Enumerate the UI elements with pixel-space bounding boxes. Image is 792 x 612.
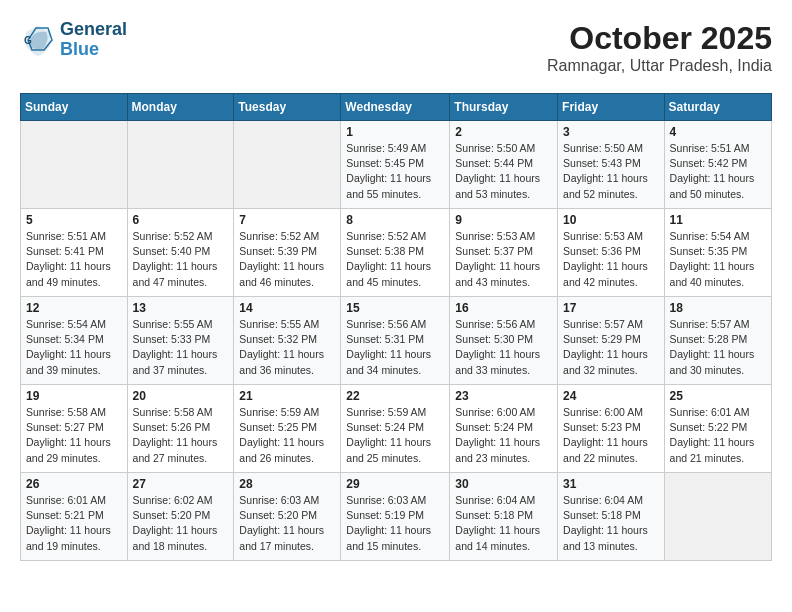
day-number: 4 <box>670 125 766 139</box>
day-detail: Sunrise: 5:51 AMSunset: 5:42 PMDaylight:… <box>670 141 766 202</box>
calendar-cell: 24Sunrise: 6:00 AMSunset: 5:23 PMDayligh… <box>558 385 665 473</box>
day-number: 28 <box>239 477 335 491</box>
day-detail: Sunrise: 5:53 AMSunset: 5:36 PMDaylight:… <box>563 229 659 290</box>
calendar-cell: 5Sunrise: 5:51 AMSunset: 5:41 PMDaylight… <box>21 209 128 297</box>
day-number: 25 <box>670 389 766 403</box>
logo-line1: General <box>60 20 127 40</box>
day-number: 9 <box>455 213 552 227</box>
day-detail: Sunrise: 6:03 AMSunset: 5:19 PMDaylight:… <box>346 493 444 554</box>
calendar-cell: 19Sunrise: 5:58 AMSunset: 5:27 PMDayligh… <box>21 385 128 473</box>
calendar-cell: 1Sunrise: 5:49 AMSunset: 5:45 PMDaylight… <box>341 121 450 209</box>
day-detail: Sunrise: 5:59 AMSunset: 5:24 PMDaylight:… <box>346 405 444 466</box>
day-detail: Sunrise: 5:51 AMSunset: 5:41 PMDaylight:… <box>26 229 122 290</box>
weekday-header-tuesday: Tuesday <box>234 94 341 121</box>
day-number: 12 <box>26 301 122 315</box>
calendar-week-4: 19Sunrise: 5:58 AMSunset: 5:27 PMDayligh… <box>21 385 772 473</box>
calendar-cell: 4Sunrise: 5:51 AMSunset: 5:42 PMDaylight… <box>664 121 771 209</box>
svg-text:G: G <box>24 35 32 46</box>
top-bar: G General Blue October 2025 Ramnagar, Ut… <box>20 20 772 85</box>
day-number: 13 <box>133 301 229 315</box>
calendar-cell: 18Sunrise: 5:57 AMSunset: 5:28 PMDayligh… <box>664 297 771 385</box>
calendar-cell: 17Sunrise: 5:57 AMSunset: 5:29 PMDayligh… <box>558 297 665 385</box>
day-number: 2 <box>455 125 552 139</box>
calendar-cell: 7Sunrise: 5:52 AMSunset: 5:39 PMDaylight… <box>234 209 341 297</box>
calendar-week-5: 26Sunrise: 6:01 AMSunset: 5:21 PMDayligh… <box>21 473 772 561</box>
day-detail: Sunrise: 5:52 AMSunset: 5:39 PMDaylight:… <box>239 229 335 290</box>
day-number: 27 <box>133 477 229 491</box>
day-detail: Sunrise: 6:01 AMSunset: 5:22 PMDaylight:… <box>670 405 766 466</box>
day-detail: Sunrise: 6:02 AMSunset: 5:20 PMDaylight:… <box>133 493 229 554</box>
day-number: 18 <box>670 301 766 315</box>
calendar-cell: 15Sunrise: 5:56 AMSunset: 5:31 PMDayligh… <box>341 297 450 385</box>
day-number: 1 <box>346 125 444 139</box>
logo-line2: Blue <box>60 40 127 60</box>
day-number: 11 <box>670 213 766 227</box>
day-detail: Sunrise: 6:00 AMSunset: 5:23 PMDaylight:… <box>563 405 659 466</box>
day-detail: Sunrise: 5:49 AMSunset: 5:45 PMDaylight:… <box>346 141 444 202</box>
logo: G General Blue <box>20 20 127 60</box>
day-number: 17 <box>563 301 659 315</box>
day-number: 15 <box>346 301 444 315</box>
calendar-cell <box>21 121 128 209</box>
day-number: 22 <box>346 389 444 403</box>
day-detail: Sunrise: 5:55 AMSunset: 5:33 PMDaylight:… <box>133 317 229 378</box>
weekday-header-sunday: Sunday <box>21 94 128 121</box>
logo-icon: G <box>20 22 56 58</box>
location: Ramnagar, Uttar Pradesh, India <box>547 57 772 75</box>
weekday-header-row: SundayMondayTuesdayWednesdayThursdayFrid… <box>21 94 772 121</box>
calendar-cell: 12Sunrise: 5:54 AMSunset: 5:34 PMDayligh… <box>21 297 128 385</box>
day-detail: Sunrise: 6:04 AMSunset: 5:18 PMDaylight:… <box>563 493 659 554</box>
calendar-week-3: 12Sunrise: 5:54 AMSunset: 5:34 PMDayligh… <box>21 297 772 385</box>
calendar-cell: 28Sunrise: 6:03 AMSunset: 5:20 PMDayligh… <box>234 473 341 561</box>
day-detail: Sunrise: 5:56 AMSunset: 5:30 PMDaylight:… <box>455 317 552 378</box>
calendar-cell: 21Sunrise: 5:59 AMSunset: 5:25 PMDayligh… <box>234 385 341 473</box>
day-detail: Sunrise: 5:59 AMSunset: 5:25 PMDaylight:… <box>239 405 335 466</box>
weekday-header-monday: Monday <box>127 94 234 121</box>
calendar-cell: 27Sunrise: 6:02 AMSunset: 5:20 PMDayligh… <box>127 473 234 561</box>
day-detail: Sunrise: 5:52 AMSunset: 5:40 PMDaylight:… <box>133 229 229 290</box>
calendar-cell: 25Sunrise: 6:01 AMSunset: 5:22 PMDayligh… <box>664 385 771 473</box>
day-detail: Sunrise: 5:55 AMSunset: 5:32 PMDaylight:… <box>239 317 335 378</box>
calendar-cell: 11Sunrise: 5:54 AMSunset: 5:35 PMDayligh… <box>664 209 771 297</box>
day-number: 14 <box>239 301 335 315</box>
day-number: 24 <box>563 389 659 403</box>
day-detail: Sunrise: 5:58 AMSunset: 5:27 PMDaylight:… <box>26 405 122 466</box>
day-number: 19 <box>26 389 122 403</box>
calendar-cell: 23Sunrise: 6:00 AMSunset: 5:24 PMDayligh… <box>450 385 558 473</box>
day-number: 20 <box>133 389 229 403</box>
calendar-week-1: 1Sunrise: 5:49 AMSunset: 5:45 PMDaylight… <box>21 121 772 209</box>
calendar-table: SundayMondayTuesdayWednesdayThursdayFrid… <box>20 93 772 561</box>
calendar-cell: 16Sunrise: 5:56 AMSunset: 5:30 PMDayligh… <box>450 297 558 385</box>
weekday-header-wednesday: Wednesday <box>341 94 450 121</box>
calendar-cell: 14Sunrise: 5:55 AMSunset: 5:32 PMDayligh… <box>234 297 341 385</box>
calendar-cell: 30Sunrise: 6:04 AMSunset: 5:18 PMDayligh… <box>450 473 558 561</box>
calendar-cell: 13Sunrise: 5:55 AMSunset: 5:33 PMDayligh… <box>127 297 234 385</box>
header-right: October 2025 Ramnagar, Uttar Pradesh, In… <box>547 20 772 75</box>
day-detail: Sunrise: 5:50 AMSunset: 5:44 PMDaylight:… <box>455 141 552 202</box>
day-number: 6 <box>133 213 229 227</box>
day-number: 10 <box>563 213 659 227</box>
month-title: October 2025 <box>547 20 772 57</box>
day-detail: Sunrise: 5:50 AMSunset: 5:43 PMDaylight:… <box>563 141 659 202</box>
day-detail: Sunrise: 5:54 AMSunset: 5:35 PMDaylight:… <box>670 229 766 290</box>
day-number: 26 <box>26 477 122 491</box>
day-number: 29 <box>346 477 444 491</box>
calendar-cell: 9Sunrise: 5:53 AMSunset: 5:37 PMDaylight… <box>450 209 558 297</box>
weekday-header-saturday: Saturday <box>664 94 771 121</box>
calendar-cell <box>664 473 771 561</box>
calendar-cell: 10Sunrise: 5:53 AMSunset: 5:36 PMDayligh… <box>558 209 665 297</box>
day-detail: Sunrise: 6:04 AMSunset: 5:18 PMDaylight:… <box>455 493 552 554</box>
calendar-cell: 26Sunrise: 6:01 AMSunset: 5:21 PMDayligh… <box>21 473 128 561</box>
day-number: 3 <box>563 125 659 139</box>
day-detail: Sunrise: 5:54 AMSunset: 5:34 PMDaylight:… <box>26 317 122 378</box>
calendar-cell: 8Sunrise: 5:52 AMSunset: 5:38 PMDaylight… <box>341 209 450 297</box>
day-detail: Sunrise: 5:57 AMSunset: 5:28 PMDaylight:… <box>670 317 766 378</box>
calendar-cell: 3Sunrise: 5:50 AMSunset: 5:43 PMDaylight… <box>558 121 665 209</box>
calendar-cell <box>127 121 234 209</box>
day-number: 8 <box>346 213 444 227</box>
day-number: 7 <box>239 213 335 227</box>
calendar-week-2: 5Sunrise: 5:51 AMSunset: 5:41 PMDaylight… <box>21 209 772 297</box>
day-number: 31 <box>563 477 659 491</box>
day-detail: Sunrise: 6:00 AMSunset: 5:24 PMDaylight:… <box>455 405 552 466</box>
calendar-cell: 29Sunrise: 6:03 AMSunset: 5:19 PMDayligh… <box>341 473 450 561</box>
